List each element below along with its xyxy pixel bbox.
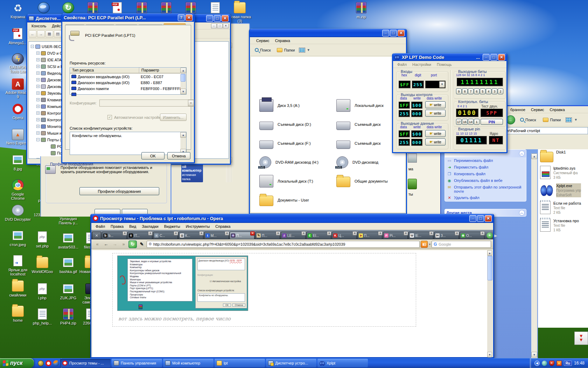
back-button[interactable]: ←	[29, 30, 36, 38]
maximize-button[interactable]	[390, 30, 397, 36]
bit-button[interactable]: 7	[468, 88, 474, 94]
search-button[interactable]: Поиск	[518, 117, 538, 123]
desktop-icon[interactable]	[153, 2, 179, 14]
resource-row[interactable]: Диапазон ввода/вывода (I/O) E880 - E887	[70, 80, 186, 86]
views-dropdown-arrow[interactable]: ▾	[575, 117, 577, 122]
port-dropdown[interactable]: ▼	[425, 81, 446, 88]
auto-config-checkbox[interactable]: ✓	[107, 115, 112, 120]
browser-tab[interactable]: it IT... ✕	[127, 232, 152, 239]
bit-button[interactable]: 9	[456, 88, 462, 94]
menu-item[interactable]: Сервис	[528, 107, 547, 113]
drive-item[interactable]: Съемный диск (D:)	[259, 115, 334, 134]
tab-close-icon[interactable]: ✕	[174, 231, 178, 236]
panels-toggle-button[interactable]: ✕	[92, 232, 101, 239]
show-console-tree-button[interactable]: ▦	[46, 30, 53, 38]
help-button[interactable]	[178, 14, 185, 21]
reload-button[interactable]: ↻	[128, 240, 137, 248]
panel-scrollbar[interactable]: ▲ ▼	[531, 154, 537, 358]
browser-tab[interactable]: W IE... ✕	[408, 232, 433, 239]
scroll-up-button[interactable]: ▲	[180, 132, 186, 138]
bit-button[interactable]: 16	[462, 119, 468, 125]
task-link[interactable]: ◉ Опубликовать файл в вебе	[445, 177, 526, 184]
browser-tab[interactable]: E El... ✕	[306, 232, 331, 239]
desktop-icon[interactable]: смайлики	[5, 280, 31, 297]
browser-tab[interactable]: ❀ O... ✕	[460, 232, 484, 239]
menu-item[interactable]: Справка	[272, 38, 293, 43]
resources-scrollbar[interactable]: ▲ ▼	[180, 68, 186, 94]
change-button[interactable]: Изменить...	[160, 114, 187, 121]
lpt-demo-titlebar[interactable]: XP LPT Demo Code ...	[393, 53, 506, 61]
google-search-field[interactable]: G Google	[432, 241, 491, 248]
rewind-button[interactable]: «	[93, 241, 101, 248]
bit-button[interactable]: 5	[480, 88, 485, 94]
pin-button[interactable]: PIN	[481, 119, 503, 125]
tray-icon-1[interactable]	[542, 361, 547, 366]
tab-close-icon[interactable]: ✕	[250, 231, 255, 236]
dialog-titlebar[interactable]: Свойства: PCI ECP Parallel Port (LP...	[62, 13, 194, 22]
column-type[interactable]: Тип ресурса	[70, 68, 139, 73]
desktop-icon[interactable]: set.php	[29, 231, 55, 248]
close-button[interactable]	[222, 15, 229, 22]
tab-overflow-arrow[interactable]: ▶	[494, 233, 497, 238]
desktop-icon[interactable]: avatar503...	[55, 232, 81, 249]
bit-button[interactable]: 4	[486, 88, 491, 94]
browser-tab[interactable]: ❋ П... ✕	[230, 232, 254, 239]
menu-item[interactable]: Консоль	[29, 23, 49, 29]
tab-close-icon[interactable]: ✕	[455, 231, 459, 236]
data-write-button[interactable]: write	[425, 130, 446, 137]
desktop-icon[interactable]	[104, 2, 130, 14]
menu-item[interactable]: Справка	[547, 107, 568, 113]
ctrl-write-button-2[interactable]: write	[425, 110, 446, 117]
taskbar-button[interactable]: Просмотр темы - ...	[60, 359, 111, 367]
drive-item[interactable]: DVD-RAM дисковод (H:)	[259, 153, 334, 172]
tab-close-icon[interactable]: ✕	[352, 231, 357, 236]
drive-item[interactable]: Съемный диск (F:)	[259, 134, 334, 153]
fast-forward-button[interactable]: »	[120, 241, 127, 248]
tree-expand-toggle[interactable]: −	[31, 45, 34, 48]
menu-item[interactable]: Вид	[126, 224, 139, 229]
taskbar-button[interactable]: Xplpt	[317, 359, 368, 367]
tab-close-icon[interactable]: ✕	[378, 231, 383, 236]
task-link[interactable]: ✉ Отправить этот файл по электронной поч…	[445, 184, 526, 195]
minimize-button[interactable]	[469, 215, 476, 222]
browser-tab[interactable]: ➤ П... ✕	[357, 232, 382, 239]
drive-item[interactable]: Общие документы	[336, 172, 405, 191]
browser-tab[interactable]: P Pi... ✕	[383, 232, 408, 239]
desktop-icon[interactable]: i.php	[29, 283, 55, 300]
browser-tab[interactable]: ≡ C... ✕	[153, 232, 178, 239]
browser-tab[interactable]: ▦ К... ✕	[178, 232, 203, 239]
desktop-icon[interactable]: стол.jpeg	[5, 230, 31, 247]
page-scrollbar[interactable]: ▲ ▼	[487, 250, 492, 357]
menu-item[interactable]: Справка	[212, 224, 233, 229]
scroll-thumb[interactable]	[181, 74, 186, 82]
bit-button[interactable]: 6	[474, 88, 479, 94]
conflicts-scrollbar[interactable]: ▲ ▼	[180, 132, 186, 155]
tab-close-icon[interactable]: ✕	[122, 231, 127, 236]
maximize-button[interactable]	[214, 15, 221, 22]
desktop-icon[interactable]: WorldOfGoo	[29, 257, 55, 274]
taskbar-button[interactable]: Диспетчер устро...	[266, 359, 316, 367]
opera-titlebar[interactable]: Просмотр темы - Проблема с lpt • robofor…	[91, 214, 493, 223]
forward-button[interactable]: →	[37, 30, 45, 38]
tab-close-icon[interactable]: ✕	[327, 231, 331, 236]
url-field[interactable]: ⚙ http://roboforum.ru/viewtopic.php?f=43…	[147, 241, 420, 248]
tab-close-icon[interactable]: ✕	[148, 231, 153, 236]
desktop-icon[interactable]	[55, 2, 81, 13]
tab-close-icon[interactable]: ✕	[199, 231, 204, 236]
menu-item[interactable]: Помощь	[434, 62, 455, 67]
tree-expand-toggle[interactable]: +	[36, 85, 40, 88]
views-button[interactable]	[566, 117, 572, 122]
collapse-chevron-icon[interactable]: ︿	[519, 151, 525, 156]
close-button[interactable]	[485, 215, 492, 222]
menu-item[interactable]: Правка	[108, 224, 126, 229]
column-param[interactable]: Параметр	[139, 68, 186, 73]
folders-button[interactable]: Папки	[275, 47, 297, 53]
scroll-up-button[interactable]: ▲	[180, 68, 186, 73]
tree-expand-toggle[interactable]: +	[36, 131, 40, 135]
resource-row[interactable]: Диапазон ввода/вывода (I/O) EC00 - EC07	[70, 74, 186, 80]
views-dropdown-arrow[interactable]: ▾	[307, 48, 309, 52]
antivirus-tray-icon[interactable]: ✕	[549, 361, 554, 366]
child-minimize-button[interactable]: –	[211, 23, 217, 28]
scroll-up-button[interactable]: ▲	[531, 154, 537, 159]
taskbar-button[interactable]: lpt	[215, 359, 265, 367]
